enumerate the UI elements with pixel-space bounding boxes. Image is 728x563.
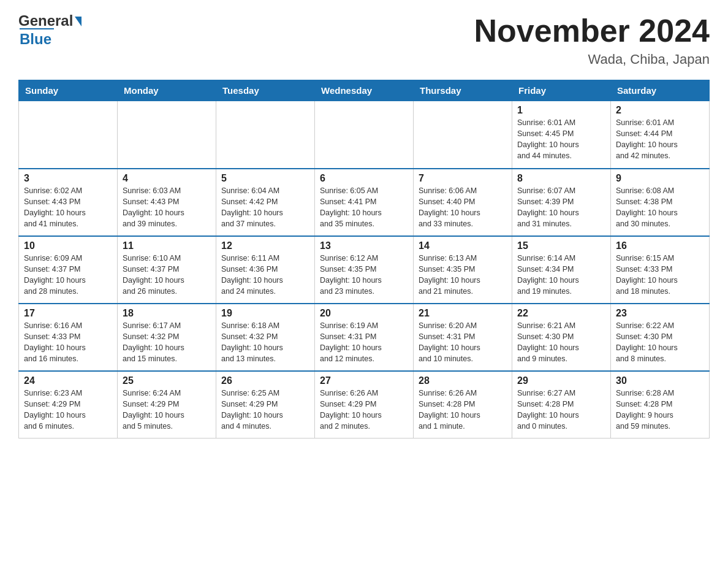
day-info: Sunrise: 6:28 AMSunset: 4:28 PMDaylight:… — [616, 388, 704, 432]
day-info: Sunrise: 6:25 AMSunset: 4:29 PMDaylight:… — [221, 388, 309, 432]
table-row: 24Sunrise: 6:23 AMSunset: 4:29 PMDayligh… — [19, 371, 118, 439]
day-number: 10 — [24, 240, 112, 251]
day-number: 26 — [221, 375, 309, 386]
day-number: 6 — [320, 173, 408, 184]
table-row: 27Sunrise: 6:26 AMSunset: 4:29 PMDayligh… — [315, 371, 414, 439]
calendar-week-row: 1Sunrise: 6:01 AMSunset: 4:45 PMDaylight… — [19, 101, 710, 169]
table-row: 8Sunrise: 6:07 AMSunset: 4:39 PMDaylight… — [512, 169, 611, 236]
col-wednesday: Wednesday — [315, 80, 414, 101]
table-row: 25Sunrise: 6:24 AMSunset: 4:29 PMDayligh… — [118, 371, 216, 439]
day-number: 11 — [123, 240, 211, 251]
calendar-week-row: 3Sunrise: 6:02 AMSunset: 4:43 PMDaylight… — [19, 169, 710, 236]
day-number: 28 — [419, 375, 507, 386]
calendar-header-row: Sunday Monday Tuesday Wednesday Thursday… — [19, 80, 710, 101]
day-info: Sunrise: 6:19 AMSunset: 4:31 PMDaylight:… — [320, 320, 408, 365]
table-row: 11Sunrise: 6:10 AMSunset: 4:37 PMDayligh… — [118, 236, 216, 304]
day-number: 23 — [616, 308, 704, 319]
month-title: November 2024 — [474, 12, 710, 49]
calendar: Sunday Monday Tuesday Wednesday Thursday… — [18, 80, 710, 439]
table-row: 28Sunrise: 6:26 AMSunset: 4:28 PMDayligh… — [414, 371, 512, 439]
day-number: 24 — [24, 375, 112, 386]
day-info: Sunrise: 6:01 AMSunset: 4:44 PMDaylight:… — [616, 117, 704, 162]
table-row: 26Sunrise: 6:25 AMSunset: 4:29 PMDayligh… — [216, 371, 315, 439]
col-saturday: Saturday — [611, 80, 710, 101]
logo-general: General — [18, 12, 73, 29]
day-number: 1 — [517, 105, 605, 116]
table-row: 6Sunrise: 6:05 AMSunset: 4:41 PMDaylight… — [315, 169, 414, 236]
col-thursday: Thursday — [414, 80, 512, 101]
day-number: 14 — [419, 240, 507, 251]
table-row — [315, 101, 414, 169]
day-number: 17 — [24, 308, 112, 319]
day-number: 19 — [221, 308, 309, 319]
title-block: November 2024 Wada, Chiba, Japan — [474, 12, 710, 67]
day-info: Sunrise: 6:09 AMSunset: 4:37 PMDaylight:… — [24, 253, 112, 297]
table-row: 18Sunrise: 6:17 AMSunset: 4:32 PMDayligh… — [118, 304, 216, 371]
table-row: 13Sunrise: 6:12 AMSunset: 4:35 PMDayligh… — [315, 236, 414, 304]
table-row: 2Sunrise: 6:01 AMSunset: 4:44 PMDaylight… — [611, 101, 710, 169]
day-info: Sunrise: 6:18 AMSunset: 4:32 PMDaylight:… — [221, 320, 309, 365]
day-number: 16 — [616, 240, 704, 251]
day-number: 7 — [419, 173, 507, 184]
location: Wada, Chiba, Japan — [474, 52, 710, 67]
table-row — [118, 101, 216, 169]
col-tuesday: Tuesday — [216, 80, 315, 101]
day-info: Sunrise: 6:23 AMSunset: 4:29 PMDaylight:… — [24, 388, 112, 432]
table-row: 19Sunrise: 6:18 AMSunset: 4:32 PMDayligh… — [216, 304, 315, 371]
table-row: 7Sunrise: 6:06 AMSunset: 4:40 PMDaylight… — [414, 169, 512, 236]
table-row: 3Sunrise: 6:02 AMSunset: 4:43 PMDaylight… — [19, 169, 118, 236]
day-info: Sunrise: 6:02 AMSunset: 4:43 PMDaylight:… — [24, 185, 112, 230]
day-info: Sunrise: 6:22 AMSunset: 4:30 PMDaylight:… — [616, 320, 704, 365]
logo: General Blue — [18, 12, 82, 48]
table-row: 30Sunrise: 6:28 AMSunset: 4:28 PMDayligh… — [611, 371, 710, 439]
table-row — [216, 101, 315, 169]
table-row: 15Sunrise: 6:14 AMSunset: 4:34 PMDayligh… — [512, 236, 611, 304]
day-number: 21 — [419, 308, 507, 319]
table-row: 4Sunrise: 6:03 AMSunset: 4:43 PMDaylight… — [118, 169, 216, 236]
day-info: Sunrise: 6:16 AMSunset: 4:33 PMDaylight:… — [24, 320, 112, 365]
col-friday: Friday — [512, 80, 611, 101]
col-monday: Monday — [118, 80, 216, 101]
table-row: 17Sunrise: 6:16 AMSunset: 4:33 PMDayligh… — [19, 304, 118, 371]
day-number: 30 — [616, 375, 704, 386]
day-info: Sunrise: 6:15 AMSunset: 4:33 PMDaylight:… — [616, 253, 704, 297]
table-row — [19, 101, 118, 169]
calendar-week-row: 24Sunrise: 6:23 AMSunset: 4:29 PMDayligh… — [19, 371, 710, 439]
day-info: Sunrise: 6:04 AMSunset: 4:42 PMDaylight:… — [221, 185, 309, 230]
day-number: 4 — [123, 173, 211, 184]
day-number: 3 — [24, 173, 112, 184]
logo-blue: Blue — [20, 28, 54, 48]
page-header: General Blue November 2024 Wada, Chiba, … — [18, 12, 710, 67]
day-number: 8 — [517, 173, 605, 184]
table-row: 20Sunrise: 6:19 AMSunset: 4:31 PMDayligh… — [315, 304, 414, 371]
day-number: 20 — [320, 308, 408, 319]
col-sunday: Sunday — [19, 80, 118, 101]
table-row: 9Sunrise: 6:08 AMSunset: 4:38 PMDaylight… — [611, 169, 710, 236]
day-info: Sunrise: 6:27 AMSunset: 4:28 PMDaylight:… — [517, 388, 605, 432]
table-row: 22Sunrise: 6:21 AMSunset: 4:30 PMDayligh… — [512, 304, 611, 371]
day-info: Sunrise: 6:17 AMSunset: 4:32 PMDaylight:… — [123, 320, 211, 365]
day-number: 29 — [517, 375, 605, 386]
day-info: Sunrise: 6:06 AMSunset: 4:40 PMDaylight:… — [419, 185, 507, 230]
day-number: 12 — [221, 240, 309, 251]
day-info: Sunrise: 6:26 AMSunset: 4:29 PMDaylight:… — [320, 388, 408, 432]
day-info: Sunrise: 6:12 AMSunset: 4:35 PMDaylight:… — [320, 253, 408, 297]
calendar-week-row: 17Sunrise: 6:16 AMSunset: 4:33 PMDayligh… — [19, 304, 710, 371]
table-row: 23Sunrise: 6:22 AMSunset: 4:30 PMDayligh… — [611, 304, 710, 371]
table-row: 12Sunrise: 6:11 AMSunset: 4:36 PMDayligh… — [216, 236, 315, 304]
day-number: 2 — [616, 105, 704, 116]
day-info: Sunrise: 6:08 AMSunset: 4:38 PMDaylight:… — [616, 185, 704, 230]
day-number: 25 — [123, 375, 211, 386]
day-info: Sunrise: 6:13 AMSunset: 4:35 PMDaylight:… — [419, 253, 507, 297]
day-number: 15 — [517, 240, 605, 251]
day-info: Sunrise: 6:14 AMSunset: 4:34 PMDaylight:… — [517, 253, 605, 297]
day-info: Sunrise: 6:07 AMSunset: 4:39 PMDaylight:… — [517, 185, 605, 230]
table-row: 5Sunrise: 6:04 AMSunset: 4:42 PMDaylight… — [216, 169, 315, 236]
table-row: 10Sunrise: 6:09 AMSunset: 4:37 PMDayligh… — [19, 236, 118, 304]
calendar-week-row: 10Sunrise: 6:09 AMSunset: 4:37 PMDayligh… — [19, 236, 710, 304]
table-row: 1Sunrise: 6:01 AMSunset: 4:45 PMDaylight… — [512, 101, 611, 169]
table-row — [414, 101, 512, 169]
day-number: 5 — [221, 173, 309, 184]
day-info: Sunrise: 6:20 AMSunset: 4:31 PMDaylight:… — [419, 320, 507, 365]
day-info: Sunrise: 6:21 AMSunset: 4:30 PMDaylight:… — [517, 320, 605, 365]
